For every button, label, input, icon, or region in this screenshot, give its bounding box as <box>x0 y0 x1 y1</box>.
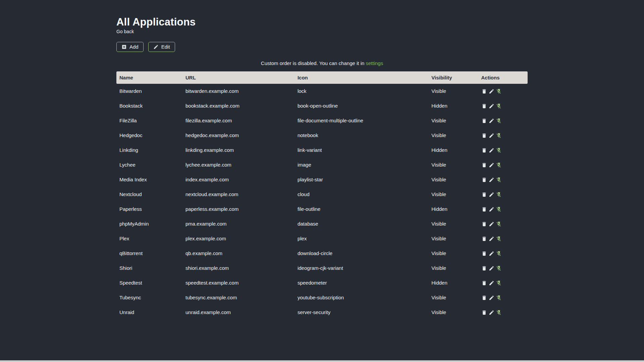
app-actions-cell <box>478 261 528 276</box>
pencil-icon <box>489 192 494 197</box>
edit-app-button[interactable] <box>489 295 494 301</box>
app-icon-name-cell: playlist-star <box>294 172 428 187</box>
horizontal-scrollbar[interactable] <box>0 360 644 362</box>
pin-off-icon <box>496 206 502 212</box>
delete-app-button[interactable] <box>481 221 487 227</box>
table-row: Tubesync tubesync.example.com youtube-su… <box>116 290 528 305</box>
app-icon-name-cell: server-security <box>294 305 428 320</box>
pin-off-icon <box>496 221 502 227</box>
app-name-cell: Paperless <box>116 202 182 217</box>
edit-app-button[interactable] <box>489 280 494 286</box>
edit-app-button[interactable] <box>489 133 494 138</box>
app-visibility-cell: Hidden <box>428 143 478 158</box>
pencil-icon <box>489 206 494 212</box>
pin-off-app-button[interactable] <box>496 265 502 271</box>
app-actions-cell <box>478 246 528 261</box>
pin-off-app-button[interactable] <box>496 118 502 124</box>
pencil-icon <box>489 133 494 138</box>
app-actions-cell <box>478 113 528 128</box>
edit-app-button[interactable] <box>489 206 494 212</box>
pencil-icon <box>153 44 159 50</box>
delete-app-button[interactable] <box>481 295 487 301</box>
app-actions-cell <box>478 172 528 187</box>
go-back-link[interactable]: Go back <box>116 29 134 35</box>
trash-icon <box>481 221 487 227</box>
delete-app-button[interactable] <box>481 162 487 168</box>
edit-app-button[interactable] <box>489 221 494 227</box>
delete-app-button[interactable] <box>481 236 487 242</box>
pin-off-app-button[interactable] <box>496 162 502 168</box>
delete-app-button[interactable] <box>481 133 487 138</box>
app-actions-cell <box>478 290 528 305</box>
app-name-cell: Bitwarden <box>116 84 182 99</box>
app-visibility-cell: Hidden <box>428 99 478 113</box>
pin-off-icon <box>496 310 502 315</box>
app-name-cell: phpMyAdmin <box>116 217 182 231</box>
app-url-cell: index.example.com <box>182 172 294 187</box>
pin-off-app-button[interactable] <box>496 88 502 94</box>
delete-app-button[interactable] <box>481 206 487 212</box>
delete-app-button[interactable] <box>481 265 487 271</box>
add-button[interactable]: Add <box>116 42 144 52</box>
app-name-cell: qBittorrent <box>116 246 182 261</box>
delete-app-button[interactable] <box>481 192 487 197</box>
edit-app-button[interactable] <box>489 177 494 183</box>
pin-off-app-button[interactable] <box>496 221 502 227</box>
app-actions-cell <box>478 276 528 290</box>
pin-off-app-button[interactable] <box>496 192 502 197</box>
edit-button[interactable]: Edit <box>148 42 175 52</box>
delete-app-button[interactable] <box>481 147 487 153</box>
delete-app-button[interactable] <box>481 118 487 124</box>
table-header: Name URL Icon Visibility Actions <box>116 71 528 84</box>
pin-off-app-button[interactable] <box>496 236 502 242</box>
app-visibility-cell: Hidden <box>428 276 478 290</box>
pin-off-app-button[interactable] <box>496 310 502 315</box>
trash-icon <box>481 103 487 109</box>
app-visibility-cell: Visible <box>428 231 478 246</box>
app-url-cell: unraid.example.com <box>182 305 294 320</box>
app-url-cell: pma.example.com <box>182 217 294 231</box>
trash-icon <box>481 192 487 197</box>
delete-app-button[interactable] <box>481 310 487 315</box>
settings-link[interactable]: settings <box>366 60 383 66</box>
edit-app-button[interactable] <box>489 88 494 94</box>
delete-app-button[interactable] <box>481 177 487 183</box>
table-row: Media Index index.example.com playlist-s… <box>116 172 528 187</box>
edit-app-button[interactable] <box>489 103 494 109</box>
pin-off-app-button[interactable] <box>496 147 502 153</box>
table-row: Bookstack bookstack.example.com book-ope… <box>116 99 528 113</box>
delete-app-button[interactable] <box>481 251 487 256</box>
edit-app-button[interactable] <box>489 118 494 124</box>
pencil-icon <box>489 295 494 301</box>
app-actions-cell <box>478 128 528 143</box>
column-header-name: Name <box>116 71 182 84</box>
pin-off-app-button[interactable] <box>496 251 502 256</box>
pin-off-app-button[interactable] <box>496 103 502 109</box>
pin-off-icon <box>496 236 502 242</box>
app-url-cell: speedtest.example.com <box>182 276 294 290</box>
app-url-cell: filezilla.example.com <box>182 113 294 128</box>
app-icon-name-cell: cloud <box>294 187 428 202</box>
app-url-cell: tubesync.example.com <box>182 290 294 305</box>
pin-off-app-button[interactable] <box>496 177 502 183</box>
edit-app-button[interactable] <box>489 265 494 271</box>
delete-app-button[interactable] <box>481 103 487 109</box>
edit-app-button[interactable] <box>489 236 494 242</box>
pin-off-app-button[interactable] <box>496 206 502 212</box>
edit-app-button[interactable] <box>489 147 494 153</box>
pin-off-icon <box>496 265 502 271</box>
edit-app-button[interactable] <box>489 251 494 256</box>
pin-off-app-button[interactable] <box>496 295 502 301</box>
app-icon-name-cell: image <box>294 158 428 172</box>
app-actions-cell <box>478 305 528 320</box>
delete-app-button[interactable] <box>481 88 487 94</box>
delete-app-button[interactable] <box>481 280 487 286</box>
app-visibility-cell: Visible <box>428 305 478 320</box>
edit-app-button[interactable] <box>489 192 494 197</box>
pencil-icon <box>489 251 494 256</box>
pin-off-app-button[interactable] <box>496 280 502 286</box>
edit-app-button[interactable] <box>489 162 494 168</box>
pin-off-app-button[interactable] <box>496 133 502 138</box>
edit-app-button[interactable] <box>489 310 494 315</box>
app-actions-cell <box>478 217 528 231</box>
